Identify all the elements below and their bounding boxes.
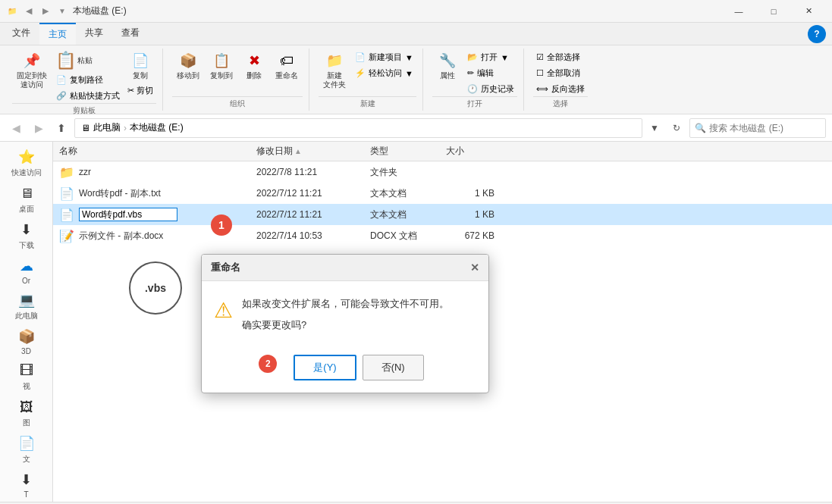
invert-icon: ⟺ xyxy=(536,84,548,94)
rename-input[interactable] xyxy=(79,208,177,221)
tab-file[interactable]: 文件 xyxy=(3,23,39,45)
pin-button[interactable]: 📌 固定到快速访问 xyxy=(12,50,52,91)
col-header-date[interactable]: 修改日期 ▲ xyxy=(250,142,364,161)
dropdown-icon[interactable]: ▼ xyxy=(56,5,68,17)
cut-button[interactable]: ✂ 剪切 xyxy=(124,83,156,98)
file-date-docx: 2022/7/14 10:53 xyxy=(250,228,364,243)
select-all-button[interactable]: ☑ 全部选择 xyxy=(533,50,588,64)
easy-access-label: 轻松访问 xyxy=(369,67,402,79)
new-folder-button[interactable]: 📁 新建文件夹 xyxy=(319,50,350,91)
tab-home[interactable]: 主页 xyxy=(39,23,76,45)
forward-icon[interactable]: ▶ xyxy=(39,5,52,17)
file-row-docx[interactable]: 📝 示例文件 - 副本.docx 2022/7/14 10:53 DOCX 文档… xyxy=(53,225,832,246)
file-type-txt: 文本文档 xyxy=(364,185,440,202)
minimize-button[interactable]: — xyxy=(721,0,756,23)
history-button[interactable]: 🕐 历史记录 xyxy=(464,82,517,96)
properties-label: 属性 xyxy=(440,71,455,80)
open-label: 打开 xyxy=(481,52,498,63)
new-item-icon: 📄 xyxy=(355,52,366,62)
sidebar-item-desktop[interactable]: 🖥 桌面 xyxy=(0,181,52,218)
file-row-zzr[interactable]: 📁 zzr 2022/7/8 11:21 文件夹 xyxy=(53,161,832,183)
delete-icon: ✖ xyxy=(245,52,263,70)
easy-access-button[interactable]: ⚡ 轻松访问 ▼ xyxy=(352,66,416,80)
search-icon: 🔍 xyxy=(695,123,706,133)
close-button[interactable]: ✕ xyxy=(791,0,826,23)
new-item-arrow: ▼ xyxy=(405,53,413,62)
sidebar-item-thispc[interactable]: 💻 此电脑 xyxy=(0,288,52,324)
file-type-zzr: 文件夹 xyxy=(364,164,440,181)
sidebar-item-quickaccess[interactable]: ⭐ 快速访问 xyxy=(0,145,52,181)
back-icon[interactable]: ◀ xyxy=(23,5,35,17)
search-input[interactable] xyxy=(709,123,821,133)
dialog-yes-button[interactable]: 是(Y) xyxy=(294,355,356,380)
open-button[interactable]: 📂 打开 ▼ xyxy=(464,50,517,64)
col-header-name[interactable]: 名称 xyxy=(53,142,250,161)
col-header-size[interactable]: 大小 xyxy=(440,142,501,161)
group-new-items: 📁 新建文件夹 📄 新建项目 ▼ ⚡ 轻松访问 ▼ xyxy=(319,49,416,96)
copy-button[interactable]: 📄 复制 xyxy=(124,50,156,82)
quickaccess-icon: ⭐ xyxy=(17,148,36,166)
copy-to-button[interactable]: 📋 复制到 xyxy=(206,50,237,82)
file-row-txt[interactable]: 📄 Word转pdf - 副本.txt 2022/7/12 11:21 文本文档… xyxy=(53,183,832,204)
dialog-warning: ⚠ 如果改变文件扩展名，可能会导致文件不可用。 确实要更改吗? xyxy=(214,296,476,332)
group-open-items: 🔧 属性 📂 打开 ▼ ✏ 编辑 xyxy=(432,49,517,96)
move-label: 移动到 xyxy=(177,71,199,80)
file-size-zzr xyxy=(440,170,501,174)
file-list-header: 名称 修改日期 ▲ 类型 大小 xyxy=(53,142,832,161)
address-bar: ◀ ▶ ⬆ 🖥 此电脑 › 本地磁盘 (E:) ▼ ↻ 🔍 xyxy=(0,114,832,142)
dialog-close-button[interactable]: ✕ xyxy=(470,261,479,274)
help-button[interactable]: ? xyxy=(808,25,826,43)
window-container: 📁 ◀ ▶ ▼ 本地磁盘 (E:) — □ ✕ 文件 主页 共享 查看 ? xyxy=(0,0,832,504)
select-none-button[interactable]: ☐ 全部取消 xyxy=(533,66,588,80)
history-icon: 🕐 xyxy=(467,84,478,94)
sidebar-item-video[interactable]: 🎞 视 xyxy=(0,358,52,395)
sidebar-item-dl2[interactable]: ⬇ T xyxy=(0,468,52,502)
address-dropdown-button[interactable]: ▼ xyxy=(645,123,664,133)
select-none-label: 全部取消 xyxy=(547,67,580,79)
edit-button[interactable]: ✏ 编辑 xyxy=(464,66,517,80)
file-size-docx: 672 KB xyxy=(440,228,501,243)
file-row-vbs[interactable]: 📄 2022/7/12 11:21 文本文档 1 KB xyxy=(53,204,832,225)
move-to-button[interactable]: 📦 移动到 xyxy=(172,50,204,82)
select-all-label: 全部选择 xyxy=(547,52,580,63)
copy-path-icon: 📄 xyxy=(56,75,67,85)
delete-label: 删除 xyxy=(246,71,262,80)
copy-path-label: 复制路径 xyxy=(70,74,103,86)
rename-button[interactable]: 🏷 重命名 xyxy=(271,50,303,82)
invert-select-button[interactable]: ⟺ 反向选择 xyxy=(533,82,588,96)
folder-icon-zzr: 📁 xyxy=(59,164,74,180)
tab-view[interactable]: 查看 xyxy=(112,23,149,45)
new-item-button[interactable]: 📄 新建项目 ▼ xyxy=(352,50,416,64)
sidebar-item-pics[interactable]: 🖼 图 xyxy=(0,395,52,431)
paste-button[interactable]: 📋 粘贴 xyxy=(53,50,123,71)
select-label: 选择 xyxy=(533,96,588,111)
paste-shortcut-button[interactable]: 🔗 粘贴快捷方式 xyxy=(53,89,123,103)
sidebar-item-3d[interactable]: 📦 3D xyxy=(0,324,52,358)
sidebar-item-docs[interactable]: 📄 文 xyxy=(0,431,52,468)
dialog-message: 如果改变文件扩展名，可能会导致文件不可用。 确实要更改吗? xyxy=(242,296,449,332)
file-date-vbs: 2022/7/12 11:21 xyxy=(250,207,364,222)
copy-label: 复制 xyxy=(133,71,148,80)
back-button[interactable]: ◀ xyxy=(6,118,26,138)
forward-button[interactable]: ▶ xyxy=(29,118,49,138)
sidebar-item-onedrive[interactable]: ☁ Or xyxy=(0,254,52,288)
refresh-button[interactable]: ↻ xyxy=(667,118,686,138)
delete-button[interactable]: ✖ 删除 xyxy=(239,50,269,82)
dialog-title-bar: 重命名 ✕ xyxy=(202,255,488,281)
file-type-docx: DOCX 文档 xyxy=(364,227,440,245)
col-header-type[interactable]: 类型 xyxy=(364,142,440,161)
properties-button[interactable]: 🔧 属性 xyxy=(432,50,463,82)
up-button[interactable]: ⬆ xyxy=(52,118,71,138)
sidebar-item-downloads[interactable]: ⬇ 下载 xyxy=(0,218,52,254)
group-select-items: ☑ 全部选择 ☐ 全部取消 ⟺ 反向选择 xyxy=(533,49,588,96)
organize-label: 组织 xyxy=(172,96,303,111)
rename-icon: 🏷 xyxy=(278,52,296,70)
tab-share[interactable]: 共享 xyxy=(76,23,112,45)
dialog-no-button[interactable]: 否(N) xyxy=(363,355,424,380)
copy-path-button[interactable]: 📄 复制路径 xyxy=(53,73,123,87)
address-path[interactable]: 🖥 此电脑 › 本地磁盘 (E:) xyxy=(74,118,642,138)
file-name-txt: 📄 Word转pdf - 副本.txt xyxy=(53,183,250,203)
maximize-button[interactable]: □ xyxy=(756,0,791,23)
new-label: 新建 xyxy=(319,96,416,111)
copy-icon: 📄 xyxy=(131,52,149,70)
